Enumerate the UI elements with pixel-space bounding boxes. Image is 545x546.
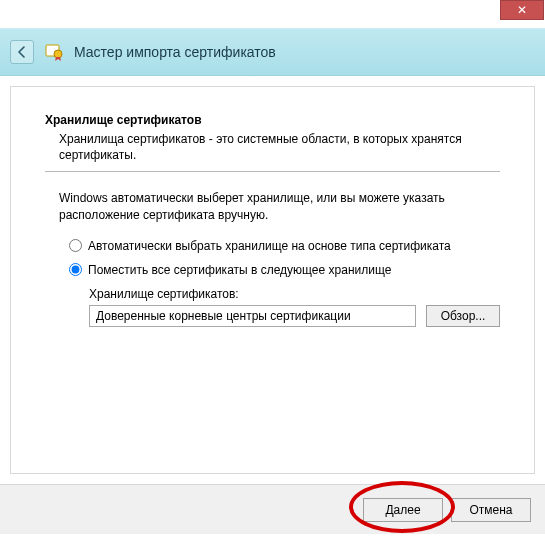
instruction-text: Windows автоматически выберет хранилище,… bbox=[45, 190, 500, 222]
section-title: Хранилище сертификатов bbox=[45, 113, 500, 127]
certificate-icon bbox=[44, 42, 64, 62]
radio-auto-select[interactable]: Автоматически выбрать хранилище на основ… bbox=[45, 239, 500, 253]
wizard-footer: Далее Отмена bbox=[0, 484, 545, 534]
divider bbox=[45, 171, 500, 172]
back-arrow-icon bbox=[15, 45, 29, 59]
radio-auto-label: Автоматически выбрать хранилище на основ… bbox=[88, 239, 451, 253]
store-path-input[interactable] bbox=[89, 305, 416, 327]
radio-custom-label: Поместить все сертификаты в следующее хр… bbox=[88, 263, 391, 277]
titlebar: ✕ bbox=[0, 0, 545, 28]
wizard-page: Хранилище сертификатов Хранилища сертифи… bbox=[10, 86, 535, 474]
radio-custom-store[interactable]: Поместить все сертификаты в следующее хр… bbox=[45, 263, 500, 277]
next-button[interactable]: Далее bbox=[363, 498, 443, 522]
browse-button[interactable]: Обзор... bbox=[426, 305, 500, 327]
radio-custom-input[interactable] bbox=[69, 263, 82, 276]
back-button[interactable] bbox=[10, 40, 34, 64]
store-field-label: Хранилище сертификатов: bbox=[89, 287, 500, 301]
wizard-title: Мастер импорта сертификатов bbox=[74, 44, 276, 60]
close-icon: ✕ bbox=[517, 4, 527, 16]
svg-point-1 bbox=[54, 50, 62, 58]
store-row: Обзор... bbox=[89, 305, 500, 327]
store-subsection: Хранилище сертификатов: Обзор... bbox=[45, 287, 500, 327]
radio-auto-input[interactable] bbox=[69, 239, 82, 252]
section-description: Хранилища сертификатов - это системные о… bbox=[45, 131, 500, 163]
close-button[interactable]: ✕ bbox=[500, 0, 544, 20]
content-wrapper: Хранилище сертификатов Хранилища сертифи… bbox=[0, 76, 545, 484]
cancel-button[interactable]: Отмена bbox=[451, 498, 531, 522]
wizard-header: Мастер импорта сертификатов bbox=[0, 28, 545, 76]
